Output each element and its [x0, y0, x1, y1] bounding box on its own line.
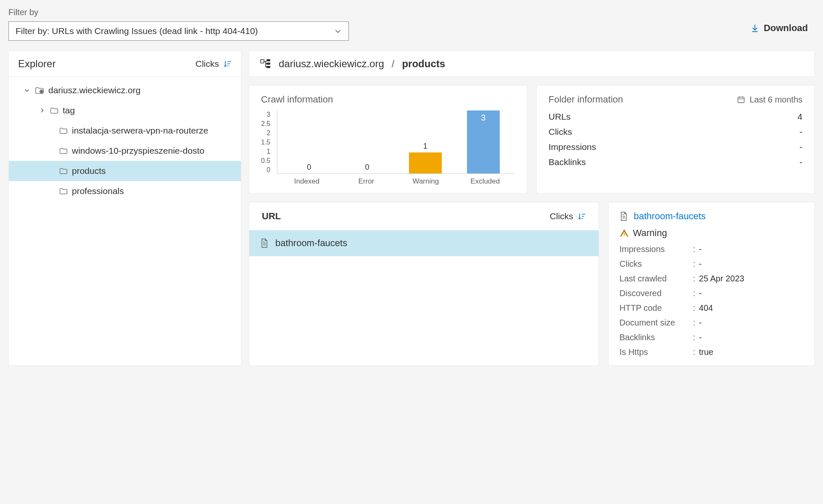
url-detail-link[interactable]: bathroom-faucets: [634, 211, 706, 222]
download-button[interactable]: Download: [750, 23, 808, 34]
sort-descending-icon: [578, 212, 586, 220]
tree-item-instalacja[interactable]: instalacja-serwera-vpn-na-routerze: [9, 121, 241, 141]
file-icon: [620, 211, 628, 221]
bar-error[interactable]: 0: [342, 163, 393, 173]
detail-document-size: Document size:-: [620, 318, 803, 328]
bar-warning[interactable]: 1: [400, 142, 451, 173]
chevron-right-icon: [39, 108, 46, 113]
explorer-sort[interactable]: Clicks: [195, 59, 232, 69]
svg-rect-5: [738, 97, 744, 102]
tree-item-label: tag: [63, 105, 75, 116]
url-column-header[interactable]: URL: [262, 211, 281, 222]
chevron-down-icon: [334, 27, 342, 35]
tree-item-professionals[interactable]: professionals: [9, 181, 241, 201]
kv-clicks: Clicks-: [549, 127, 802, 137]
tree-item-windows[interactable]: windows-10-przyspieszenie-dosto: [9, 141, 241, 161]
svg-rect-1: [261, 60, 264, 63]
kv-impressions: Impressions-: [549, 142, 802, 152]
crawl-chart: 3 2.5 2 1.5 1 0.5 0 0: [261, 111, 515, 186]
url-list-panel: URL Clicks bathroom-faucets: [249, 202, 599, 366]
chart-x-axis: Indexed Error Warning Excluded: [277, 177, 515, 186]
explorer-sort-label: Clicks: [195, 59, 219, 69]
download-label: Download: [764, 23, 808, 34]
y-tick: 2.5: [261, 120, 270, 128]
breadcrumb-separator: /: [392, 58, 395, 70]
detail-http-code: HTTP code:404: [620, 303, 803, 313]
chart-y-axis: 3 2.5 2 1.5 1 0.5 0: [261, 111, 273, 174]
tree-item-tag[interactable]: tag: [9, 100, 241, 121]
breadcrumb: dariusz.wieckiewicz.org / products: [249, 51, 815, 77]
y-tick: 2: [266, 129, 270, 137]
x-label: Error: [340, 177, 392, 186]
explorer-panel: Explorer Clicks dariusz.wieckiewicz.org: [8, 51, 241, 366]
sort-descending-icon: [223, 60, 232, 68]
bar-indexed[interactable]: 0: [284, 163, 335, 173]
tree-item-label: instalacja-serwera-vpn-na-routerze: [72, 126, 208, 136]
y-tick: 1: [266, 148, 270, 155]
tree-root-label: dariusz.wieckiewicz.org: [48, 85, 140, 95]
folder-period-label: Last 6 months: [749, 95, 802, 105]
url-status-label: Warning: [633, 228, 667, 239]
x-label: Indexed: [281, 177, 333, 186]
url-sort[interactable]: Clicks: [550, 211, 586, 221]
folder-information-card: Folder information Last 6 months URLs4 C…: [536, 85, 815, 194]
bar-excluded[interactable]: 3: [458, 110, 509, 173]
folder-icon: [50, 107, 58, 114]
sitemap-icon: [260, 59, 271, 69]
y-tick: 3: [266, 111, 270, 118]
filter-by-label: Filter by: [8, 8, 349, 17]
filter-by-select[interactable]: Filter by: URLs with Crawling Issues (de…: [8, 21, 349, 41]
detail-backlinks: Backlinks:-: [620, 333, 803, 342]
bar-value-label: 0: [365, 163, 369, 172]
folder-period[interactable]: Last 6 months: [737, 95, 802, 105]
detail-last-crawled: Last crawled:25 Apr 2023: [620, 274, 803, 284]
url-sort-label: Clicks: [550, 211, 573, 221]
globe-folder-icon: [35, 86, 44, 94]
url-detail-card: bathroom-faucets Warning Impressions:- C…: [608, 202, 815, 366]
tree-item-label: windows-10-przyspieszenie-dosto: [72, 146, 204, 156]
y-tick: 0: [266, 166, 270, 174]
folder-icon: [59, 147, 68, 155]
detail-discovered: Discovered:-: [620, 289, 803, 298]
crawl-card-title: Crawl information: [261, 94, 515, 105]
warning-icon: [620, 228, 629, 238]
svg-rect-4: [266, 66, 270, 68]
tree-root[interactable]: dariusz.wieckiewicz.org: [9, 80, 241, 100]
folder-icon: [59, 167, 68, 175]
breadcrumb-current: products: [402, 58, 445, 70]
svg-rect-3: [266, 63, 270, 65]
bar-value-label: 1: [423, 142, 427, 151]
calendar-icon: [737, 95, 745, 104]
chevron-down-icon: [24, 87, 31, 93]
crawl-information-card: Crawl information 3 2.5 2 1.5 1 0.5 0: [249, 85, 527, 194]
filter-by-selected-text: Filter by: URLs with Crawling Issues (de…: [16, 26, 258, 36]
detail-is-https: Is Https:true: [620, 347, 803, 357]
url-row[interactable]: bathroom-faucets: [249, 230, 599, 256]
explorer-title: Explorer: [18, 58, 55, 70]
tree-item-label: professionals: [72, 186, 124, 196]
breadcrumb-site[interactable]: dariusz.wieckiewicz.org: [279, 58, 384, 70]
folder-icon: [59, 187, 68, 195]
download-icon: [750, 24, 760, 33]
kv-urls: URLs4: [549, 112, 802, 122]
svg-rect-2: [266, 59, 270, 61]
tree-item-label: products: [72, 166, 106, 176]
kv-backlinks: Backlinks-: [549, 157, 802, 167]
y-tick: 0.5: [261, 157, 270, 165]
y-tick: 1.5: [261, 139, 270, 146]
bar-value-label: 0: [307, 163, 311, 172]
detail-impressions: Impressions:-: [620, 244, 803, 254]
tree-item-products[interactable]: products: [9, 161, 241, 181]
x-label: Excluded: [459, 177, 511, 186]
url-row-name: bathroom-faucets: [275, 238, 347, 249]
file-icon: [260, 238, 269, 248]
x-label: Warning: [400, 177, 452, 186]
folder-card-title: Folder information: [549, 94, 623, 105]
folder-icon: [59, 127, 68, 134]
bar-value-label: 3: [467, 113, 500, 123]
detail-clicks: Clicks:-: [620, 259, 803, 269]
